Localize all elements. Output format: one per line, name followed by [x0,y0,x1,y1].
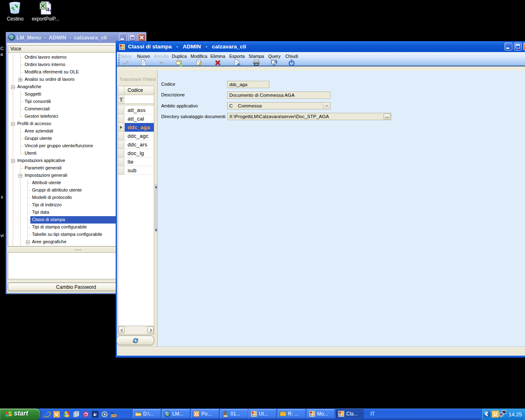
svg-text:a,: a, [46,5,51,13]
svg-text:M: M [11,37,13,39]
svg-text:M: M [167,413,169,416]
